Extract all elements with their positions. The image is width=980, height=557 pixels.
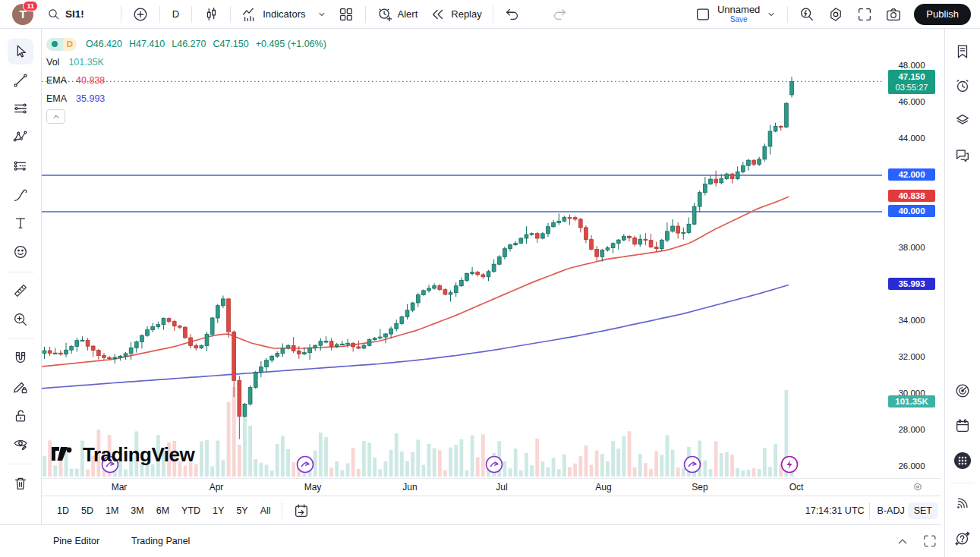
alert-button[interactable]: Alert [370, 0, 424, 29]
candlestick-icon [203, 6, 219, 23]
compare-add-button[interactable] [126, 0, 155, 29]
layout-button[interactable] [689, 0, 717, 29]
chevron-up-icon [51, 112, 61, 122]
volume-axis-badge: 101.35K [888, 395, 935, 408]
save-layout-button[interactable]: Unnamed Save [717, 5, 760, 24]
search-icon [47, 8, 61, 21]
interval-button[interactable]: D [165, 0, 187, 29]
object-tree-button[interactable] [950, 107, 975, 133]
trash-icon [12, 475, 29, 492]
gear-icon [827, 6, 844, 23]
undo-button[interactable] [498, 0, 527, 29]
emoji-tool-button[interactable] [8, 239, 33, 265]
fullscreen-button[interactable] [850, 0, 879, 29]
redo-icon [551, 6, 568, 23]
symbol-interval-pill[interactable]: D [46, 38, 77, 51]
streams-button[interactable] [950, 490, 975, 516]
panel-expand-chevron-icon[interactable] [894, 533, 911, 549]
panel-maximize-icon[interactable] [922, 533, 938, 549]
magnet-mode-button[interactable] [8, 345, 33, 371]
watchlist-icon [954, 43, 971, 60]
projection-tool-button[interactable] [8, 153, 33, 179]
range-button-1m[interactable]: 1M [100, 502, 124, 519]
chart-pane[interactable]: TradingView D O46.420 H47.410 L46.270 C4… [42, 29, 882, 478]
trend-line-tool-button[interactable] [8, 68, 33, 93]
range-button-1y[interactable]: 1Y [207, 502, 229, 519]
watchlist-button[interactable] [950, 39, 975, 65]
symbol-search-button[interactable]: SI1! [41, 0, 90, 29]
time-axis-month-label: May [304, 482, 322, 492]
time-axis[interactable]: MarAprMayJunJulAugSepOct [42, 478, 941, 496]
apps-button[interactable] [950, 448, 975, 474]
brush-tool-button[interactable] [8, 182, 33, 208]
price-axis-badge: 40.838 [888, 190, 935, 202]
legend-collapse-button[interactable] [46, 109, 65, 124]
help-button[interactable] [950, 525, 975, 551]
range-button-6m[interactable]: 6M [151, 502, 175, 519]
price-axis-badge: 35.993 [888, 278, 935, 290]
divider [230, 6, 231, 23]
hide-drawings-button[interactable] [8, 431, 33, 457]
drawing-mode-button[interactable] [8, 374, 33, 400]
trading-panel-tab[interactable]: Trading Panel [131, 536, 190, 546]
save-label: Save [730, 14, 748, 24]
ema2-label: EMA [46, 93, 67, 104]
price-axis-badge: 42.000 [888, 168, 935, 181]
range-button-ytd[interactable]: YTD [176, 502, 206, 519]
chat-icon [954, 147, 971, 164]
lock-drawings-button[interactable] [8, 403, 33, 429]
grid-layout-button[interactable] [332, 0, 361, 29]
server-clock[interactable]: 17:14:31 UTC [805, 505, 865, 516]
calendar-icon [954, 417, 971, 434]
settings-button[interactable] [821, 0, 850, 29]
range-button-all[interactable]: All [255, 502, 276, 519]
indicator-templates-button[interactable] [312, 0, 332, 29]
price-axis-label: 38.000 [882, 243, 941, 252]
remove-objects-button[interactable] [8, 470, 33, 496]
ohlc-high: H47.410 [129, 39, 165, 49]
volume-legend-row[interactable]: Vol 101.35K [46, 55, 326, 70]
alerts-panel-button[interactable] [950, 73, 975, 99]
layers-icon [954, 112, 971, 128]
go-to-date-button[interactable] [287, 496, 316, 525]
right-sidebar [944, 29, 980, 557]
ema-fast-legend-row[interactable]: EMA 40.838 [46, 73, 326, 88]
settlement-toggle[interactable]: SET [908, 502, 938, 519]
cursor-tool-button[interactable] [8, 39, 33, 65]
chat-button[interactable] [950, 143, 975, 168]
publish-button[interactable]: Publish [914, 4, 971, 25]
price-axis-label: 32.000 [882, 352, 941, 361]
ohlc-open: O46.420 [86, 39, 122, 49]
replay-icon [430, 6, 446, 23]
calendar-button[interactable] [950, 413, 975, 439]
range-button-1d[interactable]: 1D [52, 502, 74, 519]
alert-clock-icon [377, 6, 393, 23]
quick-search-button[interactable] [793, 0, 821, 29]
range-button-5y[interactable]: 5Y [231, 502, 253, 519]
screener-button[interactable] [950, 378, 975, 404]
back-adjust-toggle[interactable]: B-ADJ [878, 505, 905, 516]
indicators-button[interactable]: Indicators [235, 0, 311, 29]
chevron-down-icon [315, 8, 329, 21]
ohlc-values: O46.420 H47.410 L46.270 C47.150 +0.495 (… [86, 39, 326, 49]
ema-slow-legend-row[interactable]: EMA 35.993 [46, 91, 326, 106]
price-axis[interactable]: 48.00046.00044.00038.00034.00032.00030.0… [882, 29, 941, 478]
horizontal-line-tool-button[interactable] [8, 96, 33, 121]
replay-button[interactable]: Replay [424, 0, 487, 29]
fullscreen-icon [856, 6, 873, 23]
pine-editor-tab[interactable]: Pine Editor [53, 536, 99, 546]
notification-badge: 11 [23, 1, 38, 11]
pattern-tool-button[interactable] [8, 124, 33, 149]
chart-type-button[interactable] [197, 0, 225, 29]
redo-button[interactable] [545, 0, 574, 29]
user-avatar[interactable]: T 11 [12, 4, 33, 25]
layout-menu-button[interactable] [760, 0, 783, 29]
measure-tool-button[interactable] [8, 278, 33, 304]
text-tool-button[interactable] [8, 210, 33, 236]
zoom-in-tool-button[interactable] [8, 307, 33, 332]
snapshot-button[interactable] [879, 0, 908, 29]
range-button-5d[interactable]: 5D [76, 502, 99, 519]
axis-settings-gear-icon[interactable] [912, 481, 924, 493]
range-button-3m[interactable]: 3M [125, 502, 149, 519]
layout-square-icon [695, 6, 711, 23]
